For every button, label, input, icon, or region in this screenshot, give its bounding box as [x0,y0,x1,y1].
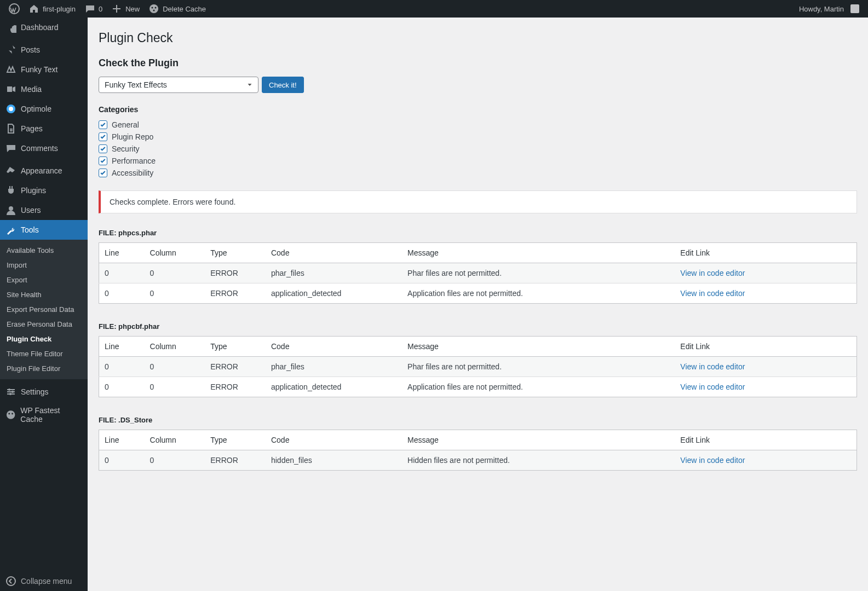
sidebar-item-wp-fastest-cache[interactable]: WP Fastest Cache [0,402,88,428]
submenu-item-plugin-file-editor[interactable]: Plugin File Editor [0,361,88,376]
sidebar-item-appearance[interactable]: Appearance [0,161,88,181]
svg-point-1 [150,4,158,13]
adminbar-account[interactable]: Howdy, Martin [795,0,864,18]
plugin-select[interactable]: Funky Text Effects [99,77,258,93]
sidebar-item-label: Comments [21,144,58,153]
view-in-editor-link[interactable]: View in code editor [680,456,745,465]
svg-point-2 [152,7,153,9]
submenu-item-available-tools[interactable]: Available Tools [0,243,88,258]
submenu-item-plugin-check[interactable]: Plugin Check [0,332,88,346]
table-row: 00ERRORhidden_filesHidden files are not … [99,450,857,471]
adminbar-new-label: New [125,5,140,13]
collapse-label: Collapse menu [21,577,72,586]
file-label: FILE: .DS_Store [99,416,857,424]
th-message: Message [402,243,675,263]
sidebar-item-settings[interactable]: Settings [0,382,88,402]
category-general[interactable]: General [99,120,857,129]
svg-point-9 [8,389,10,391]
sidebar-item-plugins[interactable]: Plugins [0,181,88,200]
cell-type: ERROR [205,263,266,283]
pin-icon [5,44,16,55]
table-row: 00ERRORapplication_detectedApplication f… [99,283,857,304]
view-in-editor-link[interactable]: View in code editor [680,383,745,391]
table-row: 00ERRORapplication_detectedApplication f… [99,377,857,397]
view-in-editor-link[interactable]: View in code editor [680,269,745,277]
svg-point-15 [7,577,15,586]
dashboard-icon [5,22,16,33]
th-edit-link: Edit Link [675,430,856,450]
category-label: Plugin Repo [112,132,153,141]
sidebar-item-comments[interactable]: Comments [0,138,88,158]
category-security[interactable]: Security [99,144,857,153]
cell-message: Application files are not permitted. [402,377,675,397]
cell-column: 0 [145,450,205,471]
checkbox-icon [99,157,107,165]
th-column: Column [145,337,205,357]
admin-bar: first-plugin 0 New Delete Cache Howdy, M… [0,0,868,18]
svg-point-10 [12,391,14,393]
category-plugin-repo[interactable]: Plugin Repo [99,132,857,141]
submenu-item-erase-personal-data[interactable]: Erase Personal Data [0,317,88,332]
category-label: Security [112,144,140,153]
sliders-icon [5,386,16,397]
category-performance[interactable]: Performance [99,157,857,165]
sidebar-item-label: Dashboard [21,23,59,32]
cell-line: 0 [99,263,145,283]
adminbar-site-label: first-plugin [43,5,76,13]
cell-column: 0 [145,357,205,377]
cell-code: phar_files [266,357,402,377]
user-icon [5,205,16,216]
adminbar-site-name[interactable]: first-plugin [24,0,80,18]
view-in-editor-link[interactable]: View in code editor [680,289,745,298]
funky-icon [5,64,16,75]
sidebar-item-pages[interactable]: Pages [0,119,88,138]
adminbar-delete-cache[interactable]: Delete Cache [144,0,210,18]
avatar [850,4,859,13]
submenu-item-export[interactable]: Export [0,273,88,287]
table-row: 00ERRORphar_filesPhar files are not perm… [99,263,857,283]
error-notice: Checks complete. Errors were found. [99,190,857,213]
sidebar-item-optimole[interactable]: Optimole [0,99,88,119]
sidebar-item-label: Tools [21,225,39,234]
cell-message: Hidden files are not permitted. [402,450,675,471]
submenu-item-site-health[interactable]: Site Health [0,287,88,302]
sidebar-item-media[interactable]: Media [0,79,88,99]
check-it-button[interactable]: Check it! [262,77,304,93]
category-label: Performance [112,157,156,165]
th-type: Type [205,337,266,357]
submenu-item-export-personal-data[interactable]: Export Personal Data [0,302,88,317]
page-icon [5,123,16,134]
th-line: Line [99,337,145,357]
svg-point-7 [9,107,13,111]
categories-heading: Categories [99,105,857,114]
category-label: General [112,120,139,129]
submenu-item-import[interactable]: Import [0,258,88,273]
adminbar-comments[interactable]: 0 [80,0,107,18]
cheetah-icon [148,3,159,14]
file-label: FILE: phpcs.phar [99,229,857,237]
sidebar-item-posts[interactable]: Posts [0,40,88,60]
svg-point-14 [12,413,13,415]
sidebar-item-label: WP Fastest Cache [20,406,82,424]
th-edit-link: Edit Link [675,243,856,263]
svg-point-11 [9,393,12,395]
sidebar-item-users[interactable]: Users [0,200,88,220]
sidebar-item-tools[interactable]: Tools [0,220,88,240]
adminbar-new[interactable]: New [107,0,144,18]
cell-message: Application files are not permitted. [402,283,675,304]
cell-line: 0 [99,450,145,471]
sidebar-item-label: Appearance [21,166,62,175]
adminbar-wp-logo[interactable] [4,0,24,18]
cell-type: ERROR [205,283,266,304]
th-line: Line [99,243,145,263]
home-icon [28,3,39,14]
plugin-select-value: Funky Text Effects [105,80,167,89]
sidebar-item-dashboard[interactable]: Dashboard [0,18,88,37]
category-accessibility[interactable]: Accessibility [99,169,857,177]
collapse-menu-button[interactable]: Collapse menu [0,571,88,591]
sidebar-item-funky-text[interactable]: Funky Text [0,60,88,79]
view-in-editor-link[interactable]: View in code editor [680,362,745,371]
submenu-item-theme-file-editor[interactable]: Theme File Editor [0,346,88,361]
page-title: Plugin Check [99,31,857,45]
plus-icon [111,3,122,14]
